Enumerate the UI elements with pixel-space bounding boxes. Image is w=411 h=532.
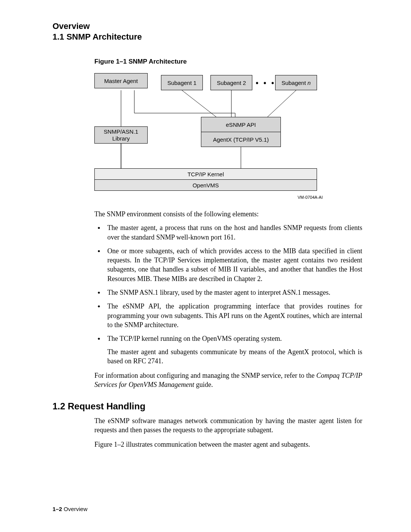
box-subagent-1: Subagent 1 (161, 75, 203, 90)
box-agentx: AgentX (TCP/IP V5.1) (201, 132, 281, 147)
section-heading-1-2: 1.2 Request Handling (53, 401, 362, 412)
page-footer: 1–2 Overview (53, 506, 88, 512)
after-list-paragraph: For information about configuring and ma… (94, 371, 362, 390)
figure-diagram: Master Agent Subagent 1 Subagent 2 • • •… (94, 73, 323, 199)
list-item-sub: The master agent and subagents communica… (107, 347, 362, 366)
intro-paragraph: The SNMP environment consists of the fol… (94, 209, 362, 219)
box-openvms: OpenVMS (94, 179, 317, 191)
list-item: The master agent, a process that runs on… (94, 223, 362, 242)
box-subagent-n: Subagent n (275, 75, 317, 90)
figure-caption: Figure 1–1 SNMP Architecture (94, 58, 362, 66)
list-item: The eSNMP API, the application programmi… (94, 302, 362, 329)
ellipsis-icon: • • • (256, 79, 276, 88)
box-snmp-asn1-library: SNMP/ASN.1 Library (94, 126, 148, 144)
svg-line-4 (182, 90, 216, 117)
figure-id: VM-0704A-AI (298, 195, 323, 200)
section-1-2-para-1: The eSNMP software manages network commu… (94, 416, 362, 435)
box-master-agent: Master Agent (94, 73, 148, 88)
list-item: One or more subagents, each of which pro… (94, 246, 362, 283)
list-item: The SNMP ASN.1 library, used by the mast… (94, 288, 362, 297)
box-subagent-2: Subagent 2 (210, 75, 252, 90)
page-number: 1–2 (53, 506, 62, 512)
header-line-2: 1.1 SNMP Architecture (53, 32, 362, 42)
page: Overview 1.1 SNMP Architecture Figure 1–… (0, 0, 411, 532)
bullet-list: The master agent, a process that runs on… (94, 223, 362, 366)
running-header: Overview 1.1 SNMP Architecture (53, 21, 362, 42)
footer-label: Overview (62, 506, 88, 512)
header-line-1: Overview (53, 21, 362, 32)
box-tcpip-kernel: TCP/IP Kernel (94, 168, 317, 180)
section-1-2-para-2: Figure 1–2 illustrates communication bet… (94, 440, 362, 449)
list-item: The TCP/IP kernel running on the OpenVMS… (94, 334, 362, 366)
box-esnmp-api: eSNMP API (201, 117, 281, 132)
svg-line-6 (268, 90, 296, 117)
